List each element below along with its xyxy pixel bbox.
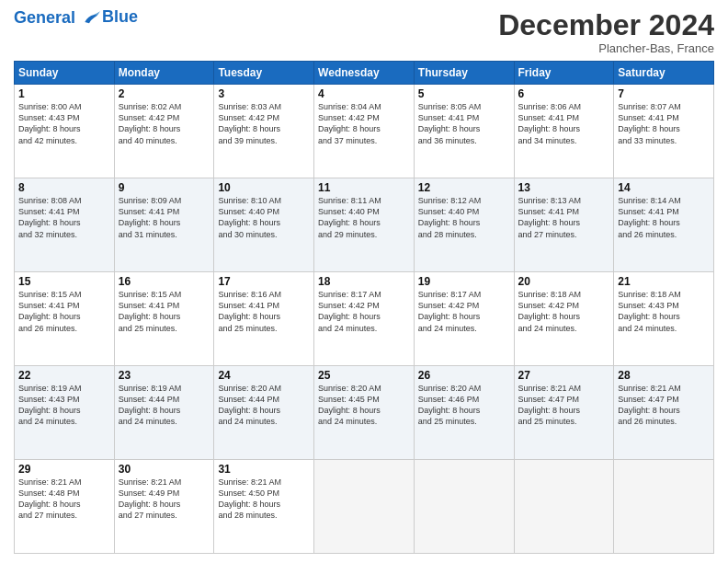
day-number: 29 [18, 463, 110, 476]
cell-info: Sunrise: 8:10 AM Sunset: 4:40 PM Dayligh… [218, 195, 310, 240]
day-number: 1 [18, 87, 110, 100]
table-row: 1Sunrise: 8:00 AM Sunset: 4:43 PM Daylig… [15, 85, 115, 178]
calendar-week-row: 29Sunrise: 8:21 AM Sunset: 4:48 PM Dayli… [15, 460, 714, 554]
month-title: December 2024 [498, 9, 714, 41]
day-number: 16 [119, 275, 210, 288]
cell-info: Sunrise: 8:11 AM Sunset: 4:40 PM Dayligh… [318, 195, 410, 240]
day-number: 5 [418, 87, 510, 100]
cell-info: Sunrise: 8:21 AM Sunset: 4:47 PM Dayligh… [618, 383, 710, 428]
table-row: 17Sunrise: 8:16 AM Sunset: 4:41 PM Dayli… [214, 272, 314, 366]
cell-info: Sunrise: 8:06 AM Sunset: 4:41 PM Dayligh… [518, 101, 610, 146]
table-row: 27Sunrise: 8:21 AM Sunset: 4:47 PM Dayli… [514, 366, 614, 460]
day-number: 24 [218, 369, 310, 382]
cell-info: Sunrise: 8:12 AM Sunset: 4:40 PM Dayligh… [418, 195, 510, 240]
cell-info: Sunrise: 8:09 AM Sunset: 4:41 PM Dayligh… [119, 195, 210, 240]
day-number: 6 [518, 87, 610, 100]
day-number: 21 [618, 275, 710, 288]
table-row: 9Sunrise: 8:09 AM Sunset: 4:41 PM Daylig… [114, 178, 214, 272]
calendar-week-row: 8Sunrise: 8:08 AM Sunset: 4:41 PM Daylig… [15, 178, 714, 272]
col-monday: Monday [114, 62, 214, 85]
table-row: 29Sunrise: 8:21 AM Sunset: 4:48 PM Dayli… [15, 460, 115, 554]
col-friday: Friday [514, 62, 614, 85]
cell-info: Sunrise: 8:21 AM Sunset: 4:47 PM Dayligh… [518, 383, 610, 428]
table-row [514, 460, 614, 554]
day-number: 13 [518, 181, 610, 194]
day-number: 18 [318, 275, 410, 288]
col-wednesday: Wednesday [314, 62, 415, 85]
table-row: 6Sunrise: 8:06 AM Sunset: 4:41 PM Daylig… [514, 85, 614, 178]
col-tuesday: Tuesday [214, 62, 314, 85]
table-row: 3Sunrise: 8:03 AM Sunset: 4:42 PM Daylig… [214, 85, 314, 178]
table-row [314, 460, 415, 554]
day-number: 31 [218, 463, 310, 476]
cell-info: Sunrise: 8:13 AM Sunset: 4:41 PM Dayligh… [518, 195, 610, 240]
table-row: 7Sunrise: 8:07 AM Sunset: 4:41 PM Daylig… [614, 85, 714, 178]
day-number: 11 [318, 181, 410, 194]
day-number: 19 [418, 275, 510, 288]
cell-info: Sunrise: 8:20 AM Sunset: 4:46 PM Dayligh… [418, 383, 510, 428]
day-number: 25 [318, 369, 410, 382]
cell-info: Sunrise: 8:02 AM Sunset: 4:42 PM Dayligh… [119, 101, 210, 146]
cell-info: Sunrise: 8:15 AM Sunset: 4:41 PM Dayligh… [119, 289, 210, 334]
calendar-week-row: 22Sunrise: 8:19 AM Sunset: 4:43 PM Dayli… [15, 366, 714, 460]
day-number: 9 [119, 181, 210, 194]
day-number: 20 [518, 275, 610, 288]
cell-info: Sunrise: 8:21 AM Sunset: 4:49 PM Dayligh… [119, 477, 210, 522]
cell-info: Sunrise: 8:08 AM Sunset: 4:41 PM Dayligh… [18, 195, 110, 240]
table-row: 25Sunrise: 8:20 AM Sunset: 4:45 PM Dayli… [314, 366, 415, 460]
day-number: 12 [418, 181, 510, 194]
day-number: 10 [218, 181, 310, 194]
calendar-week-row: 1Sunrise: 8:00 AM Sunset: 4:43 PM Daylig… [15, 85, 714, 178]
day-number: 3 [218, 87, 310, 100]
col-thursday: Thursday [414, 62, 514, 85]
table-row: 26Sunrise: 8:20 AM Sunset: 4:46 PM Dayli… [414, 366, 514, 460]
table-row: 13Sunrise: 8:13 AM Sunset: 4:41 PM Dayli… [514, 178, 614, 272]
cell-info: Sunrise: 8:19 AM Sunset: 4:43 PM Dayligh… [18, 383, 110, 428]
cell-info: Sunrise: 8:00 AM Sunset: 4:43 PM Dayligh… [18, 101, 110, 146]
table-row: 11Sunrise: 8:11 AM Sunset: 4:40 PM Dayli… [314, 178, 415, 272]
table-row: 21Sunrise: 8:18 AM Sunset: 4:43 PM Dayli… [614, 272, 714, 366]
table-row: 12Sunrise: 8:12 AM Sunset: 4:40 PM Dayli… [414, 178, 514, 272]
table-row: 28Sunrise: 8:21 AM Sunset: 4:47 PM Dayli… [614, 366, 714, 460]
table-row: 16Sunrise: 8:15 AM Sunset: 4:41 PM Dayli… [114, 272, 214, 366]
page: General Blue December 2024 Plancher-Bas,… [0, 0, 728, 563]
table-row: 4Sunrise: 8:04 AM Sunset: 4:42 PM Daylig… [314, 85, 415, 178]
cell-info: Sunrise: 8:18 AM Sunset: 4:42 PM Dayligh… [518, 289, 610, 334]
day-number: 17 [218, 275, 310, 288]
header: General Blue December 2024 Plancher-Bas,… [14, 9, 714, 55]
location-subtitle: Plancher-Bas, France [498, 41, 714, 55]
cell-info: Sunrise: 8:21 AM Sunset: 4:48 PM Dayligh… [18, 477, 110, 522]
table-row: 15Sunrise: 8:15 AM Sunset: 4:41 PM Dayli… [15, 272, 115, 366]
cell-info: Sunrise: 8:03 AM Sunset: 4:42 PM Dayligh… [218, 101, 310, 146]
cell-info: Sunrise: 8:20 AM Sunset: 4:44 PM Dayligh… [218, 383, 310, 428]
table-row: 18Sunrise: 8:17 AM Sunset: 4:42 PM Dayli… [314, 272, 415, 366]
table-row: 19Sunrise: 8:17 AM Sunset: 4:42 PM Dayli… [414, 272, 514, 366]
table-row: 10Sunrise: 8:10 AM Sunset: 4:40 PM Dayli… [214, 178, 314, 272]
cell-info: Sunrise: 8:14 AM Sunset: 4:41 PM Dayligh… [618, 195, 710, 240]
day-number: 14 [618, 181, 710, 194]
cell-info: Sunrise: 8:05 AM Sunset: 4:41 PM Dayligh… [418, 101, 510, 146]
table-row [414, 460, 514, 554]
cell-info: Sunrise: 8:15 AM Sunset: 4:41 PM Dayligh… [18, 289, 110, 334]
cell-info: Sunrise: 8:19 AM Sunset: 4:44 PM Dayligh… [119, 383, 210, 428]
logo: General Blue [14, 9, 138, 28]
col-sunday: Sunday [15, 62, 115, 85]
calendar-header-row: Sunday Monday Tuesday Wednesday Thursday… [15, 62, 714, 85]
day-number: 23 [119, 369, 210, 382]
calendar-week-row: 15Sunrise: 8:15 AM Sunset: 4:41 PM Dayli… [15, 272, 714, 366]
table-row: 8Sunrise: 8:08 AM Sunset: 4:41 PM Daylig… [15, 178, 115, 272]
logo-blue: Blue [102, 8, 138, 27]
logo-general: General [14, 8, 75, 27]
day-number: 8 [18, 181, 110, 194]
cell-info: Sunrise: 8:17 AM Sunset: 4:42 PM Dayligh… [318, 289, 410, 334]
cell-info: Sunrise: 8:21 AM Sunset: 4:50 PM Dayligh… [218, 477, 310, 522]
table-row [614, 460, 714, 554]
day-number: 4 [318, 87, 410, 100]
logo-bird-icon [82, 9, 100, 28]
table-row: 22Sunrise: 8:19 AM Sunset: 4:43 PM Dayli… [15, 366, 115, 460]
table-row: 31Sunrise: 8:21 AM Sunset: 4:50 PM Dayli… [214, 460, 314, 554]
calendar-table: Sunday Monday Tuesday Wednesday Thursday… [14, 61, 714, 554]
cell-info: Sunrise: 8:20 AM Sunset: 4:45 PM Dayligh… [318, 383, 410, 428]
col-saturday: Saturday [614, 62, 714, 85]
day-number: 2 [119, 87, 210, 100]
